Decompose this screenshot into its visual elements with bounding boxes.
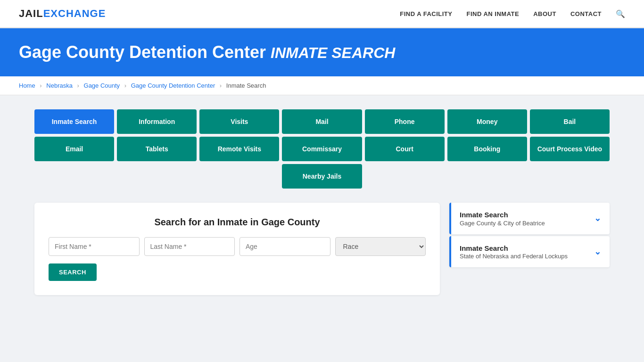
- last-name-input[interactable]: [144, 237, 235, 256]
- search-title: Search for an Inmate in Gage County: [49, 217, 426, 228]
- nav-find-inmate[interactable]: FIND AN INMATE: [466, 10, 519, 17]
- nav-find-facility[interactable]: FIND A FACILITY: [400, 10, 452, 17]
- btn-mail[interactable]: Mail: [282, 109, 362, 134]
- btn-remote-visits[interactable]: Remote Visits: [199, 137, 279, 161]
- nav-button-row1: Inmate Search Information Visits Mail Ph…: [34, 109, 610, 134]
- btn-phone[interactable]: Phone: [365, 109, 445, 134]
- age-input[interactable]: [239, 237, 330, 256]
- sidebar-panel-nebraska-subtitle: State of Nebraska and Federal Lockups: [460, 253, 568, 260]
- sidebar-panel-gage-county-title: Inmate Search: [460, 210, 545, 220]
- btn-tablets[interactable]: Tablets: [117, 137, 197, 161]
- nav-contact[interactable]: CONTACT: [570, 10, 602, 17]
- btn-visits[interactable]: Visits: [199, 109, 279, 134]
- btn-commissary[interactable]: Commissary: [282, 137, 362, 161]
- page-title: Gage County Detention Center INMATE SEAR…: [19, 42, 625, 62]
- first-name-input[interactable]: [49, 237, 140, 256]
- navbar: JAILEXCHANGE FIND A FACILITY FIND AN INM…: [0, 0, 644, 28]
- search-button[interactable]: SEARCH: [49, 263, 97, 281]
- search-inputs: Race White Black Hispanic Asian Native A…: [49, 237, 426, 256]
- lower-section: Search for an Inmate in Gage County Race…: [34, 203, 610, 295]
- btn-inmate-search[interactable]: Inmate Search: [34, 109, 114, 134]
- breadcrumb-home[interactable]: Home: [19, 82, 35, 89]
- main-content: Inmate Search Information Visits Mail Ph…: [16, 109, 628, 295]
- hero-title-sub: INMATE SEARCH: [271, 44, 395, 61]
- nav-button-row2: Email Tablets Remote Visits Commissary C…: [34, 137, 610, 161]
- breadcrumb: Home › Nebraska › Gage County › Gage Cou…: [0, 76, 644, 95]
- btn-court[interactable]: Court: [365, 137, 445, 161]
- sidebar-panel-gage-county: Inmate Search Gage County & City of Beat…: [449, 203, 610, 234]
- btn-booking[interactable]: Booking: [447, 137, 527, 161]
- breadcrumb-gage-county[interactable]: Gage County: [84, 82, 120, 89]
- race-select[interactable]: Race White Black Hispanic Asian Native A…: [335, 237, 426, 256]
- nav-about[interactable]: ABOUT: [533, 10, 556, 17]
- logo-jail: JAIL: [19, 8, 43, 19]
- sidebar-panel-nebraska-title: Inmate Search: [460, 244, 568, 253]
- sidebar-panel-gage-county-subtitle: Gage County & City of Beatrice: [460, 220, 545, 227]
- btn-nearby-jails[interactable]: Nearby Jails: [282, 164, 362, 189]
- sidebar-panel-gage-county-header[interactable]: Inmate Search Gage County & City of Beat…: [451, 203, 610, 234]
- breadcrumb-current: Inmate Search: [226, 82, 266, 89]
- btn-court-process-video[interactable]: Court Process Video: [530, 137, 610, 161]
- nav-links: FIND A FACILITY FIND AN INMATE ABOUT CON…: [400, 9, 625, 18]
- search-icon[interactable]: 🔍: [616, 9, 625, 18]
- btn-information[interactable]: Information: [117, 109, 197, 134]
- search-card: Search for an Inmate in Gage County Race…: [34, 203, 440, 295]
- btn-bail[interactable]: Bail: [530, 109, 610, 134]
- btn-money[interactable]: Money: [447, 109, 527, 134]
- breadcrumb-detention-center[interactable]: Gage County Detention Center: [131, 82, 215, 89]
- sidebar-panel-gage-county-text: Inmate Search Gage County & City of Beat…: [460, 210, 545, 227]
- hero-title-main: Gage County Detention Center: [19, 42, 266, 62]
- chevron-down-icon: ⌄: [594, 213, 601, 223]
- sidebar-panel-nebraska: Inmate Search State of Nebraska and Fede…: [449, 236, 610, 268]
- btn-email[interactable]: Email: [34, 137, 114, 161]
- hero-banner: Gage County Detention Center INMATE SEAR…: [0, 28, 644, 76]
- sidebar-panel-nebraska-text: Inmate Search State of Nebraska and Fede…: [460, 244, 568, 260]
- logo-exchange: EXCHANGE: [43, 8, 106, 19]
- breadcrumb-nebraska[interactable]: Nebraska: [46, 82, 73, 89]
- sidebar-panel-nebraska-header[interactable]: Inmate Search State of Nebraska and Fede…: [451, 236, 610, 268]
- nav-button-row3: Nearby Jails: [34, 164, 610, 189]
- chevron-down-icon-2: ⌄: [594, 247, 601, 257]
- logo[interactable]: JAILEXCHANGE: [19, 8, 106, 20]
- sidebar-panels: Inmate Search Gage County & City of Beat…: [449, 203, 610, 269]
